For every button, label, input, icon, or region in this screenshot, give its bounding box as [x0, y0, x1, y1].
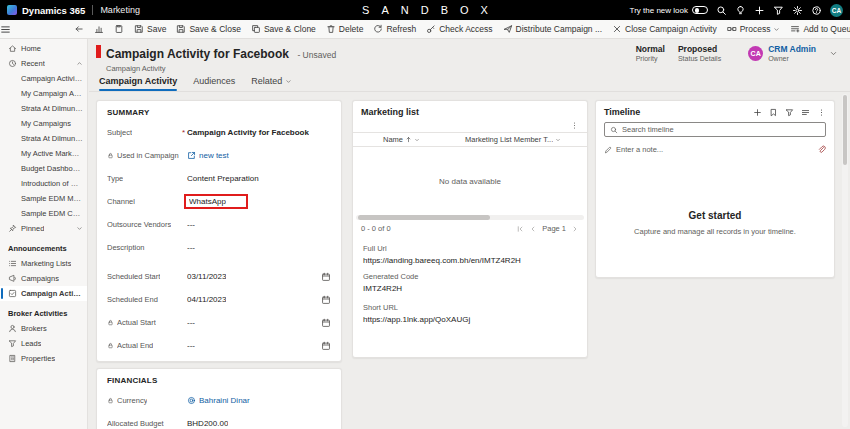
delete-button[interactable]: Delete [321, 20, 369, 38]
sidebar-item-home[interactable]: Home [0, 41, 87, 56]
list-icon [8, 259, 17, 268]
quick-create-button[interactable] [754, 5, 765, 16]
calendar-icon[interactable] [321, 341, 331, 351]
recent-item[interactable]: Budget Dashboard [0, 161, 87, 176]
ideas-button[interactable] [735, 5, 746, 16]
more-options-icon[interactable] [817, 108, 826, 117]
plus-icon[interactable] [753, 108, 762, 117]
sidebar-item-properties[interactable]: Properties [0, 351, 87, 366]
calendar-icon[interactable] [321, 318, 331, 328]
chevron-up-icon[interactable] [76, 60, 83, 67]
building-icon [8, 354, 17, 363]
flow-icon [727, 24, 737, 34]
recent-item[interactable]: My Campaign Activit... [0, 86, 87, 101]
owner-field[interactable]: CA CRM Admin Owner [748, 44, 816, 62]
process-button[interactable]: Process [722, 20, 786, 38]
chevron-down-icon[interactable] [414, 137, 420, 143]
tab-related[interactable]: Related [251, 76, 292, 91]
refresh-button[interactable]: Refresh [368, 20, 421, 38]
filter-button[interactable] [773, 5, 784, 16]
chevron-down-icon[interactable] [76, 225, 83, 232]
task-button[interactable] [109, 20, 129, 38]
short-url-field[interactable]: Short URL https://app.1lnk.app/QoXAUGj [363, 303, 577, 324]
sidebar-item-marketing-lists[interactable]: Marketing Lists [0, 256, 87, 271]
calendar-icon[interactable] [321, 272, 331, 282]
field-description[interactable]: Description --- [107, 236, 331, 259]
vertical-scrollbar[interactable] [842, 94, 848, 427]
field-actual-start[interactable]: Actual Start --- [107, 311, 331, 334]
hamburger-menu-button[interactable] [0, 20, 11, 38]
paperclip-icon[interactable] [817, 145, 826, 154]
bookmark-icon[interactable] [769, 108, 778, 117]
menu-icon [0, 24, 11, 35]
chart-button[interactable] [89, 20, 109, 38]
save-and-close-button[interactable]: Save & Close [171, 20, 246, 38]
sidebar-item-campaign-activities[interactable]: Campaign Activities [0, 286, 87, 301]
field-outsource-vendors[interactable]: Outsource Vendors --- [107, 213, 331, 236]
dynamics-365-logo[interactable] [7, 5, 17, 15]
owner-avatar: CA [748, 46, 763, 61]
field-allocated-budget[interactable]: Allocated Budget BHD200.00 [107, 412, 331, 429]
add-to-queue-button[interactable]: Add to Queue [785, 20, 850, 38]
generated-code-field[interactable]: Generated Code IMTZ4R2H [363, 272, 577, 293]
close-campaign-activity-button[interactable]: Close Campaign Activity [607, 20, 722, 38]
timeline-search-box[interactable] [604, 122, 826, 137]
sidebar-item-leads[interactable]: Leads [0, 336, 87, 351]
field-scheduled-end[interactable]: Scheduled End 04/11/2023 [107, 288, 331, 311]
field-channel[interactable]: Channel WhatsApp [107, 190, 331, 213]
save-button[interactable]: Save [129, 20, 171, 38]
recent-item[interactable]: My Campaigns [0, 116, 87, 131]
calendar-icon[interactable] [321, 295, 331, 305]
save-and-clone-button[interactable]: Save & Clone [246, 20, 321, 38]
horizontal-scrollbar[interactable] [356, 215, 584, 220]
toggle-switch[interactable] [692, 6, 708, 14]
field-subject[interactable]: Subject * Campaign Activity for Facebook [107, 121, 331, 144]
search-button[interactable] [716, 5, 727, 16]
full-url-field[interactable]: Full Url https://landing.bareeq.com.bh/e… [363, 244, 577, 265]
owner-name-link[interactable]: CRM Admin [768, 44, 816, 54]
back-button[interactable] [69, 20, 89, 38]
try-new-look-control[interactable]: Try the new look [630, 6, 708, 15]
field-type[interactable]: Type Content Preparation [107, 167, 331, 190]
note-input[interactable] [616, 145, 813, 154]
app-name[interactable]: Dynamics 365 [22, 5, 85, 16]
column-header-name[interactable]: Name [353, 135, 465, 144]
tab-campaign-activity[interactable]: Campaign Activity [99, 76, 177, 91]
field-used-in-campaign[interactable]: Used in Campaign new test [107, 144, 331, 167]
field-actual-end[interactable]: Actual End --- [107, 334, 331, 357]
more-options-icon[interactable] [570, 121, 579, 130]
filter-icon[interactable] [785, 108, 794, 117]
timeline-note-box[interactable] [604, 145, 826, 154]
sidebar-item-campaigns[interactable]: Campaigns [0, 271, 87, 286]
module-name[interactable]: Marketing [100, 5, 140, 15]
column-header-member-type[interactable]: Marketing List Member T... [465, 135, 587, 144]
timeline-search-input[interactable] [622, 125, 820, 134]
help-button[interactable] [811, 5, 822, 16]
recent-item[interactable]: Strata At Dilmunia Te... [0, 101, 87, 116]
sidebar-item-recent[interactable]: Recent [0, 56, 87, 71]
user-avatar[interactable]: CA [830, 4, 843, 17]
recent-item[interactable]: Strata At Dilmunia Te... [0, 131, 87, 146]
tab-audiences[interactable]: Audiences [193, 76, 235, 91]
recent-item[interactable]: Sample EDM Campai... [0, 206, 87, 221]
sidebar-item-pinned[interactable]: Pinned [0, 221, 87, 236]
recent-item[interactable]: Introduction of Paid ... [0, 176, 87, 191]
field-currency[interactable]: Currency Bahraini Dinar [107, 389, 331, 412]
check-access-button[interactable]: Check Access [421, 20, 497, 38]
next-page-icon[interactable] [571, 225, 579, 233]
settings-button[interactable] [792, 5, 803, 16]
clipboard-icon [114, 24, 124, 34]
previous-page-icon[interactable] [529, 225, 537, 233]
distribute-campaign-button[interactable]: Distribute Campaign ... [498, 20, 607, 38]
recent-item[interactable]: Sample EDM Message [0, 191, 87, 206]
sort-rows-icon[interactable] [801, 108, 810, 117]
recent-item[interactable]: My Active Marketing... [0, 146, 87, 161]
first-page-icon[interactable] [516, 225, 524, 233]
close-icon [612, 24, 622, 34]
recent-item[interactable]: Campaign Activity fo... [0, 71, 87, 86]
trash-icon [326, 24, 336, 34]
sidebar-item-brokers[interactable]: Brokers [0, 321, 87, 336]
field-scheduled-start[interactable]: Scheduled Start 03/11/2023 [107, 265, 331, 288]
chevron-down-icon[interactable] [829, 49, 838, 58]
chevron-down-icon[interactable] [555, 137, 561, 143]
